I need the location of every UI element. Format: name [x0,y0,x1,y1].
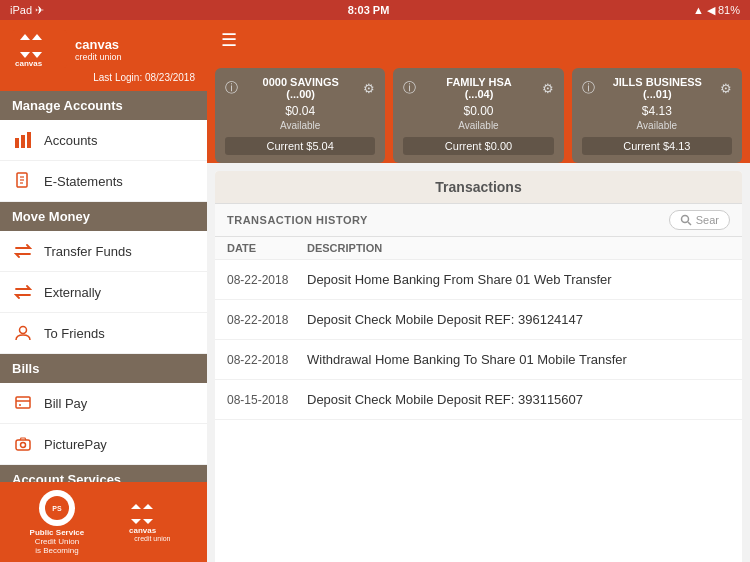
svg-marker-28 [143,504,153,509]
account-current-savings: Current $5.04 [225,137,375,155]
account-card-savings-header: ⓘ 0000 SAVINGS (...00) ⚙ [225,76,375,100]
account-card-hsa-header: ⓘ FAMILY HSA (...04) ⚙ [403,76,553,100]
sidebar-nav: Manage Accounts Accounts E-Statements Mo… [0,91,207,482]
status-icons: ▲ ◀ 81% [693,4,740,17]
account-available-savings: Available [225,120,375,131]
svg-rect-15 [16,397,30,408]
sidebar-item-billpay[interactable]: Bill Pay [0,383,207,424]
account-current-hsa: Current $0.00 [403,137,553,155]
status-carrier: iPad ✈ [10,4,44,17]
sidebar-item-estatements[interactable]: E-Statements [0,161,207,202]
transfer-icon [12,240,34,262]
svg-point-14 [20,327,27,334]
table-row: 08-22-2018 Deposit Home Banking From Sha… [215,260,742,300]
search-icon [680,214,692,226]
status-right: ▲ ◀ 81% [693,4,740,17]
svg-rect-9 [27,132,31,148]
external-icon [12,281,34,303]
billpay-icon [12,392,34,414]
friends-icon [12,322,34,344]
svg-marker-26 [131,504,141,509]
svg-line-32 [688,222,691,225]
public-service-badge: PS Public Service Credit Union is Becomi… [30,490,85,555]
account-current-business: Current $4.13 [582,137,732,155]
account-card-business-header: ⓘ JILLS BUSINESS (...01) ⚙ [582,76,732,100]
table-row: 08-22-2018 Withdrawal Home Banking To Sh… [215,340,742,380]
account-available-hsa: Available [403,120,553,131]
account-title-hsa: FAMILY HSA (...04) [416,76,541,100]
info-icon-savings[interactable]: ⓘ [225,79,238,97]
sidebar-item-externally[interactable]: Externally [0,272,207,313]
section-header-move-money: Move Money [0,202,207,231]
account-available-business: Available [582,120,732,131]
section-header-bills: Bills [0,354,207,383]
svg-point-19 [21,443,26,448]
col-header-description: DESCRIPTION [307,242,730,254]
transaction-date-3: 08-15-2018 [227,393,307,407]
gear-icon-hsa[interactable]: ⚙ [542,81,554,96]
ps-logo: PS [39,490,75,526]
status-time: 8:03 PM [348,4,390,16]
col-header-date: DATE [227,242,307,254]
svg-text:PS: PS [52,505,62,512]
svg-rect-8 [21,135,25,148]
sidebar-item-billpay-label: Bill Pay [44,396,87,411]
info-icon-business[interactable]: ⓘ [582,79,595,97]
transaction-date-0: 08-22-2018 [227,273,307,287]
transaction-list: 08-22-2018 Deposit Home Banking From Sha… [215,260,742,562]
svg-marker-27 [131,519,141,524]
table-row: 08-15-2018 Deposit Check Mobile Deposit … [215,380,742,420]
account-balance-business: $4.13 [582,104,732,118]
sidebar-item-accounts[interactable]: Accounts [0,120,207,161]
svg-text:canvas: canvas [129,526,157,535]
account-title-business: JILLS BUSINESS (...01) [595,76,720,100]
info-icon-hsa[interactable]: ⓘ [403,79,416,97]
transaction-date-2: 08-22-2018 [227,353,307,367]
last-login: Last Login: 08/23/2018 [93,72,195,83]
table-row: 08-22-2018 Deposit Check Mobile Deposit … [215,300,742,340]
footer-cu-text: Credit Union [35,537,79,546]
transactions-area: Transactions TRANSACTION HISTORY Sear DA… [215,171,742,562]
sidebar-item-picturepay-label: PicturePay [44,437,107,452]
transaction-date-1: 08-22-2018 [227,313,307,327]
app-container: canvas credit union canvas credit union … [0,20,750,562]
canvas-logo: canvas credit union [12,30,67,68]
transaction-desc-1: Deposit Check Mobile Deposit REF: 396124… [307,312,730,327]
svg-rect-7 [15,138,19,148]
svg-marker-29 [143,519,153,524]
canvas-footer-label: credit union [134,535,170,542]
svg-rect-18 [16,440,30,450]
account-card-savings: ⓘ 0000 SAVINGS (...00) ⚙ $0.04 Available… [215,68,385,163]
gear-icon-savings[interactable]: ⚙ [363,81,375,96]
transaction-desc-3: Deposit Check Mobile Deposit REF: 393115… [307,392,730,407]
account-balance-hsa: $0.00 [403,104,553,118]
account-balance-savings: $0.04 [225,104,375,118]
column-headers: DATE DESCRIPTION [215,237,742,260]
sidebar-item-picturepay[interactable]: PicturePay [0,424,207,465]
section-header-manage-accounts: Manage Accounts [0,91,207,120]
svg-point-17 [19,404,21,406]
svg-point-31 [681,216,688,223]
search-box[interactable]: Sear [669,210,730,230]
account-card-hsa: ⓘ FAMILY HSA (...04) ⚙ $0.00 Available C… [393,68,563,163]
section-header-account-services: Account Services [0,465,207,482]
bar-chart-icon [12,129,34,151]
sidebar-item-externally-label: Externally [44,285,101,300]
account-card-business: ⓘ JILLS BUSINESS (...01) ⚙ $4.13 Availab… [572,68,742,163]
status-left: iPad ✈ [10,4,44,17]
brand-subtitle: credit union [75,52,122,62]
sidebar-item-transfer[interactable]: Transfer Funds [0,231,207,272]
sidebar-item-transfer-label: Transfer Funds [44,244,132,259]
camera-icon [12,433,34,455]
sidebar-header: canvas credit union canvas credit union … [0,20,207,91]
footer-ps-text: Public Service [30,528,85,537]
sidebar: canvas credit union canvas credit union … [0,20,207,562]
account-cards: ⓘ 0000 SAVINGS (...00) ⚙ $0.04 Available… [207,60,750,163]
hamburger-menu[interactable]: ☰ [221,29,237,51]
transaction-desc-0: Deposit Home Banking From Share 01 Web T… [307,272,730,287]
gear-icon-business[interactable]: ⚙ [720,81,732,96]
main-header: ☰ [207,20,750,60]
canvas-footer-logo: canvas credit union [127,503,177,542]
sidebar-item-friends[interactable]: To Friends [0,313,207,354]
sidebar-item-estatements-label: E-Statements [44,174,123,189]
